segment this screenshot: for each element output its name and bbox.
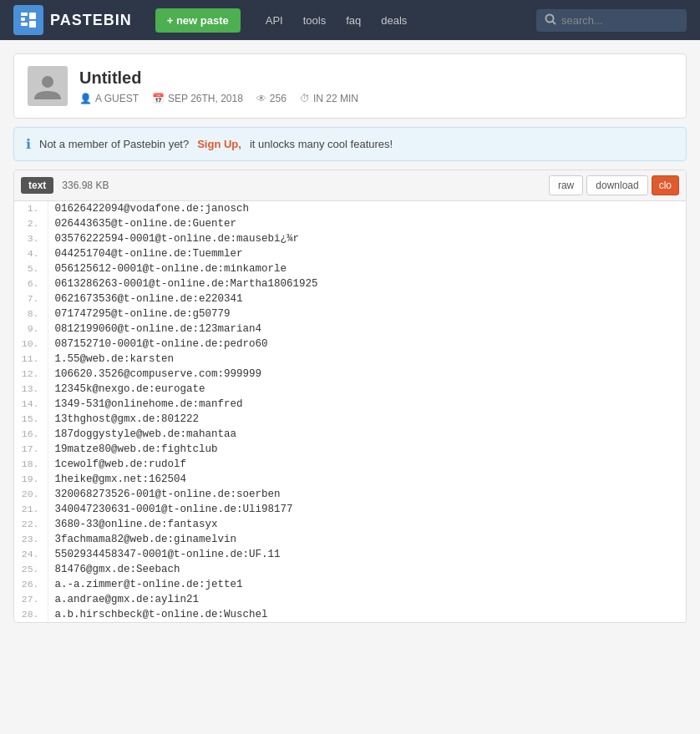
table-row: 22. 3680-33@online.de:fantasyx (14, 517, 686, 532)
line-content: 1349-531@onlinehome.de:manfred (48, 397, 686, 412)
line-number: 24. (14, 547, 48, 562)
table-row: 5. 056125612-0001@t-online.de:minkamorle (14, 261, 686, 276)
eye-icon: 👁 (256, 93, 266, 104)
line-number: 25. (14, 562, 48, 577)
line-content: 056125612-0001@t-online.de:minkamorle (48, 261, 686, 276)
line-content: 026443635@t-online.de:Guenter (48, 216, 686, 231)
line-number: 27. (14, 592, 48, 607)
table-row: 13. 12345k@nexgo.de:eurogate (14, 382, 686, 397)
table-row: 23. 3fachmama82@web.de:ginamelvin (14, 532, 686, 547)
line-content: 0812199060@t-online.de:123marian4 (48, 321, 686, 337)
table-row: 15. 13thghost@gmx.de:801222 (14, 412, 686, 427)
info-icon: ℹ (26, 136, 31, 152)
nav-link-tools[interactable]: tools (295, 9, 334, 32)
line-number: 1. (14, 201, 48, 216)
paste-header: Untitled 👤 A GUEST 📅 SEP 26TH, 2018 👁 25… (13, 53, 687, 119)
line-number: 26. (14, 577, 48, 592)
line-content: 0621673536@t-online.de:e220341 (48, 291, 686, 306)
line-content: 3fachmama82@web.de:ginamelvin (48, 532, 686, 547)
close-button[interactable]: clo (652, 175, 679, 195)
line-content: 0613286263-0001@t-online.de:Martha180619… (48, 276, 686, 291)
raw-button[interactable]: raw (549, 175, 583, 195)
search-input[interactable] (561, 14, 678, 27)
navbar: PASTEBIN + new paste API tools faq deals (0, 0, 700, 40)
table-row: 25. 81476@gmx.de:Seebach (14, 562, 686, 577)
line-number: 11. (14, 352, 48, 367)
line-content: 03576222594-0001@t-online.de:mausebi¿¾r (48, 231, 686, 246)
line-number: 2. (14, 216, 48, 231)
paste-meta: 👤 A GUEST 📅 SEP 26TH, 2018 👁 256 ⏱ IN 22… (79, 93, 672, 104)
nav-link-faq[interactable]: faq (337, 9, 369, 32)
svg-rect-3 (29, 13, 36, 19)
signup-link[interactable]: Sign Up, (197, 138, 241, 150)
logo-area: PASTEBIN (13, 5, 132, 35)
clock-icon: ⏱ (300, 93, 310, 104)
search-icon (545, 13, 556, 28)
views-label: 256 (270, 93, 287, 104)
line-number: 9. (14, 321, 48, 337)
svg-rect-1 (21, 18, 25, 21)
meta-date: 📅 SEP 26TH, 2018 (152, 93, 243, 104)
nav-link-deals[interactable]: deals (373, 9, 415, 32)
line-content: 087152710-0001@t-online.de:pedro60 (48, 337, 686, 352)
paste-content-wrapper: text 336.98 KB raw download clo 1. 01626… (13, 170, 687, 623)
paste-toolbar: text 336.98 KB raw download clo (14, 170, 686, 201)
line-number: 19. (14, 472, 48, 487)
paste-info: Untitled 👤 A GUEST 📅 SEP 26TH, 2018 👁 25… (79, 68, 672, 104)
meta-views: 👁 256 (256, 93, 287, 104)
table-row: 26. a.-a.zimmer@t-online.de:jette1 (14, 577, 686, 592)
line-content: 3680-33@online.de:fantasyx (48, 517, 686, 532)
meta-author: 👤 A GUEST (79, 93, 139, 104)
paste-title: Untitled (79, 68, 672, 88)
line-number: 15. (14, 412, 48, 427)
line-content: 19matze80@web.de:fightclub (48, 442, 686, 457)
table-row: 12. 106620.3526@compuserve.com:999999 (14, 367, 686, 382)
svg-rect-4 (29, 21, 36, 28)
line-number: 5. (14, 261, 48, 276)
table-row: 9. 0812199060@t-online.de:123marian4 (14, 321, 686, 337)
avatar (28, 66, 68, 106)
logo-text: PASTEBIN (50, 12, 132, 29)
meta-expires: ⏱ IN 22 MIN (300, 93, 358, 104)
line-number: 13. (14, 382, 48, 397)
line-number: 23. (14, 532, 48, 547)
line-content: 044251704@t-online.de:Tuemmler (48, 246, 686, 261)
line-content: 320068273526-001@t-online.de:soerben (48, 487, 686, 502)
line-number: 28. (14, 607, 48, 622)
line-number: 16. (14, 427, 48, 442)
line-content: 12345k@nexgo.de:eurogate (48, 382, 686, 397)
table-row: 6. 0613286263-0001@t-online.de:Martha180… (14, 276, 686, 291)
line-number: 7. (14, 291, 48, 306)
line-content: a.-a.zimmer@t-online.de:jette1 (48, 577, 686, 592)
banner-text-before: Not a member of Pastebin yet? (39, 138, 189, 150)
table-row: 4. 044251704@t-online.de:Tuemmler (14, 246, 686, 261)
logo-icon (13, 5, 43, 35)
table-row: 17. 19matze80@web.de:fightclub (14, 442, 686, 457)
download-button[interactable]: download (586, 175, 647, 195)
line-content: 187doggystyle@web.de:mahantaa (48, 427, 686, 442)
table-row: 19. 1heike@gmx.net:162504 (14, 472, 686, 487)
line-content: 340047230631-0001@t-online.de:Uli98177 (48, 502, 686, 517)
line-number: 18. (14, 457, 48, 472)
table-row: 2. 026443635@t-online.de:Guenter (14, 216, 686, 231)
date-label: SEP 26TH, 2018 (168, 93, 243, 104)
line-number: 8. (14, 306, 48, 321)
line-number: 14. (14, 397, 48, 412)
table-row: 21. 340047230631-0001@t-online.de:Uli981… (14, 502, 686, 517)
table-row: 11. 1.55@web.de:karsten (14, 352, 686, 367)
expires-label: IN 22 MIN (313, 93, 358, 104)
line-content: 1heike@gmx.net:162504 (48, 472, 686, 487)
nav-link-api[interactable]: API (257, 9, 292, 32)
line-content: 1cewolf@web.de:rudolf (48, 457, 686, 472)
line-number: 6. (14, 276, 48, 291)
line-number: 10. (14, 337, 48, 352)
svg-line-6 (553, 21, 556, 24)
line-number: 20. (14, 487, 48, 502)
table-row: 27. a.andrae@gmx.de:aylin21 (14, 592, 686, 607)
table-row: 16. 187doggystyle@web.de:mahantaa (14, 427, 686, 442)
line-number: 12. (14, 367, 48, 382)
nav-links: API tools faq deals (257, 9, 416, 32)
line-number: 22. (14, 517, 48, 532)
new-paste-button[interactable]: + new paste (155, 8, 241, 33)
author-label: A GUEST (95, 93, 139, 104)
